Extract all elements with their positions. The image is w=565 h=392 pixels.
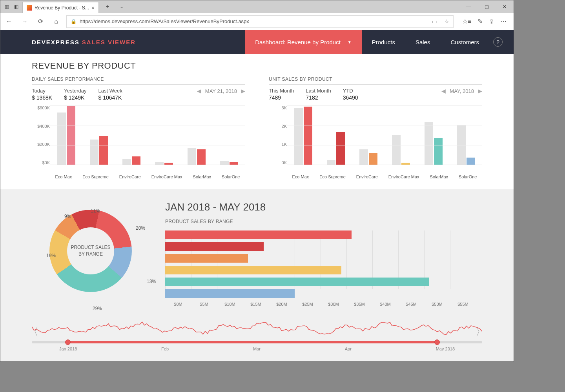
close-window-button[interactable]: ✕: [496, 0, 514, 13]
units-date: MAY, 2018: [450, 88, 474, 94]
app-header: DEVEXPRESS SALES VIEWER Dashboard: Reven…: [0, 30, 514, 54]
stat-lw-lbl: Last Week: [98, 88, 122, 94]
chevron-down-icon: ▼: [348, 40, 352, 44]
history-panel-icon[interactable]: ▥: [4, 4, 10, 10]
menu-dashboard[interactable]: Dashboard: Revenue by Product ▼: [245, 30, 362, 54]
page-title: REVENUE BY PRODUCT: [32, 61, 482, 71]
stat-lw-val: $ 10647K: [98, 94, 122, 101]
daily-prev-arrow[interactable]: ◀: [197, 88, 201, 94]
range-title: JAN 2018 - MAY 2018: [165, 201, 482, 213]
range-selector[interactable]: 〈 〉 Jan 2018FebMarAprMay 2018: [32, 318, 482, 354]
titlebar: ▥ ◧ Revenue By Product - S... × + ⌄ — ▢ …: [0, 0, 514, 13]
more-icon[interactable]: ⋯: [500, 18, 507, 25]
donut-lbl1: PRODUCT SALES: [71, 244, 110, 251]
home-button[interactable]: ⌂: [51, 16, 62, 27]
range-right-arrow[interactable]: 〉: [475, 325, 486, 339]
range-handle-start[interactable]: [65, 339, 71, 345]
range-handle-end[interactable]: [434, 339, 440, 345]
unit-sales-panel: UNIT SALES BY PRODUCT This Month7489 Las…: [269, 76, 482, 179]
range-subtitle: PRODUCT SALES BY RANGE: [165, 219, 482, 224]
address-bar: ← → ⟳ ⌂ 🔒 https://demos.devexpress.com/R…: [0, 13, 514, 30]
donut-chart: PRODUCT SALES BY RANGE 9%11%20%13%29%19%: [32, 201, 149, 292]
maximize-button[interactable]: ▢: [478, 0, 496, 13]
stat-today-val: $ 1368K: [32, 94, 52, 101]
stat-ytd-val: 36490: [343, 94, 358, 101]
daily-date: MAY 21, 2018: [205, 88, 237, 94]
daily-chart: $600K$400K$200K$0K: [32, 105, 245, 172]
logo: DEVEXPRESS SALES VIEWER: [0, 30, 136, 54]
favorite-icon[interactable]: ☆: [445, 18, 449, 24]
range-left-arrow[interactable]: 〈: [28, 325, 39, 339]
daily-title: DAILY SALES PERFORMANCE: [32, 76, 245, 82]
stat-yest-lbl: Yesterday: [64, 88, 86, 94]
menu-sales[interactable]: Sales: [405, 30, 441, 54]
stat-yest-val: $ 1249K: [64, 94, 86, 101]
tab-sidebar-icon[interactable]: ◧: [13, 4, 19, 10]
reading-mode-icon[interactable]: ▭: [432, 18, 437, 25]
favorites-icon[interactable]: ☆≡: [462, 18, 471, 25]
stat-ytd-lbl: YTD: [343, 88, 358, 94]
hbar-chart: [165, 230, 482, 299]
stat-tm-val: 7489: [269, 94, 294, 101]
minimize-button[interactable]: —: [459, 0, 478, 13]
back-button[interactable]: ←: [4, 16, 15, 27]
forward-button[interactable]: →: [19, 16, 30, 27]
menu-dashboard-label: Dashboard: Revenue by Product: [255, 39, 341, 45]
refresh-button[interactable]: ⟳: [35, 16, 46, 27]
favicon-icon: [27, 5, 32, 11]
daily-sales-panel: DAILY SALES PERFORMANCE Today$ 1368K Yes…: [32, 76, 245, 179]
donut-lbl2: BY RANGE: [78, 251, 103, 258]
menu-customers[interactable]: Customers: [440, 30, 489, 54]
stat-lm-lbl: Last Month: [306, 88, 331, 94]
lock-icon: 🔒: [71, 19, 77, 24]
url-input[interactable]: 🔒 https://demos.devexpress.com/RWA/Sales…: [66, 15, 454, 28]
share-icon[interactable]: ⇪: [489, 18, 494, 25]
browser-tab[interactable]: Revenue By Product - S... ×: [22, 2, 99, 13]
units-title: UNIT SALES BY PRODUCT: [269, 76, 482, 82]
daily-next-arrow[interactable]: ▶: [241, 88, 245, 94]
sparkline: [32, 318, 482, 338]
notes-icon[interactable]: ✎: [478, 18, 483, 25]
close-tab-icon[interactable]: ×: [91, 5, 95, 11]
units-prev-arrow[interactable]: ◀: [441, 88, 446, 94]
url-text: https://demos.devexpress.com/RWA/SalesVi…: [80, 18, 249, 24]
stat-today-lbl: Today: [32, 88, 52, 94]
menu-products[interactable]: Products: [362, 30, 405, 54]
units-next-arrow[interactable]: ▶: [478, 88, 482, 94]
stat-tm-lbl: This Month: [269, 88, 294, 94]
help-button[interactable]: ?: [493, 37, 503, 47]
tabs-dropdown-icon[interactable]: ⌄: [116, 4, 127, 9]
stat-lm-val: 7182: [306, 94, 331, 101]
units-chart: 3K2K1K0K: [269, 105, 482, 172]
new-tab-button[interactable]: +: [102, 3, 113, 10]
tab-title: Revenue By Product - S...: [35, 5, 89, 11]
